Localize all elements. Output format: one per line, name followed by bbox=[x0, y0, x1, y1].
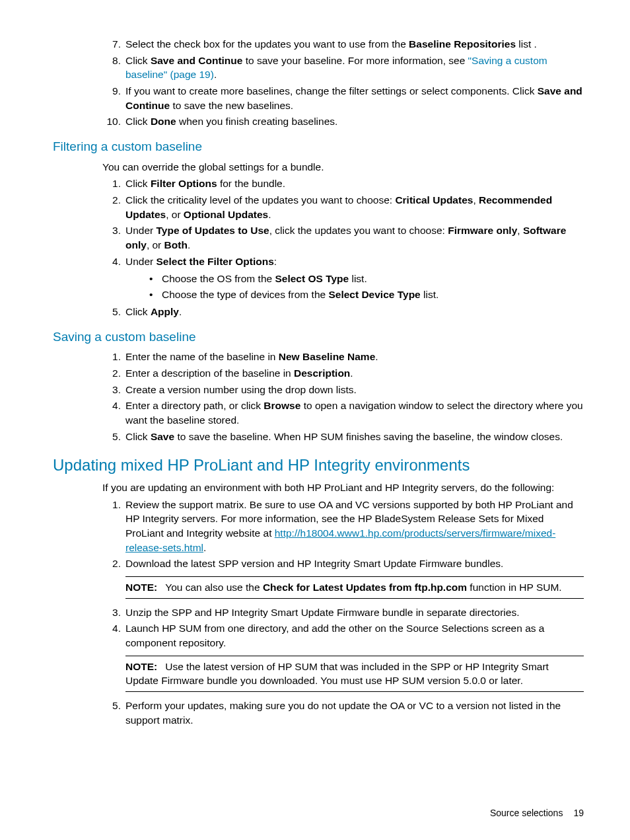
updating-intro: If you are updating an environment with … bbox=[102, 480, 584, 495]
save-step-5: 5.Click Save to save the baseline. When … bbox=[102, 430, 584, 444]
footer-section: Source selections bbox=[490, 808, 563, 818]
save-step-4: 4.Enter a directory path, or click Brows… bbox=[102, 399, 584, 427]
heading-filtering: Filtering a custom baseline bbox=[53, 138, 584, 156]
update-step-3: 3.Unzip the SPP and HP Integrity Smart U… bbox=[102, 605, 584, 620]
step-9: 9.If you want to create more baselines, … bbox=[102, 84, 584, 112]
filter-step-1: 1.Click Filter Options for the bundle. bbox=[102, 176, 584, 191]
filter-step-4: 4.Under Select the Filter Options: Choos… bbox=[102, 254, 584, 302]
filter-step-3: 3.Under Type of Updates to Use, click th… bbox=[102, 223, 584, 252]
top-steps-list: 7.Select the check box for the updates y… bbox=[53, 37, 584, 129]
step-8: 8.Click Save and Continue to save your b… bbox=[102, 54, 584, 82]
filter-step-5: 5.Click Apply. bbox=[102, 305, 584, 319]
note-1: NOTE:You can also use the Check for Late… bbox=[125, 576, 584, 599]
heading-saving: Saving a custom baseline bbox=[53, 328, 584, 346]
saving-steps: 1.Enter the name of the baseline in New … bbox=[53, 350, 584, 443]
filter-sub-2: Choose the type of devices from the Sele… bbox=[145, 287, 584, 302]
updating-steps: 1.Review the support matrix. Be sure to … bbox=[53, 498, 584, 728]
filtering-steps: 1.Click Filter Options for the bundle. 2… bbox=[53, 176, 584, 319]
step-10: 10.Click Done when you finish creating b… bbox=[102, 114, 584, 129]
save-step-3: 3.Create a version number using the drop… bbox=[102, 383, 584, 397]
update-step-1: 1.Review the support matrix. Be sure to … bbox=[102, 498, 584, 555]
heading-updating: Updating mixed HP ProLiant and HP Integr… bbox=[53, 454, 584, 477]
document-page: 7.Select the check box for the updates y… bbox=[0, 0, 630, 840]
update-step-2: 2.Download the latest SPP version and HP… bbox=[102, 556, 584, 598]
page-footer: Source selections19 bbox=[490, 807, 584, 820]
update-step-5: 5.Perform your updates, making sure you … bbox=[102, 699, 584, 727]
save-step-2: 2.Enter a description of the baseline in… bbox=[102, 366, 584, 381]
step-7: 7.Select the check box for the updates y… bbox=[102, 37, 584, 52]
update-step-4: 4.Launch HP SUM from one directory, and … bbox=[102, 621, 584, 692]
footer-page-number: 19 bbox=[573, 808, 584, 818]
save-step-1: 1.Enter the name of the baseline in New … bbox=[102, 350, 584, 364]
filter-sub-1: Choose the OS from the Select OS Type li… bbox=[145, 272, 584, 286]
note-2: NOTE:Use the latest version of HP SUM th… bbox=[125, 656, 584, 692]
filter-step-2: 2.Click the criticality level of the upd… bbox=[102, 193, 584, 221]
filtering-intro: You can override the global settings for… bbox=[102, 160, 584, 174]
filter-step-4-sub: Choose the OS from the Select OS Type li… bbox=[125, 272, 584, 302]
